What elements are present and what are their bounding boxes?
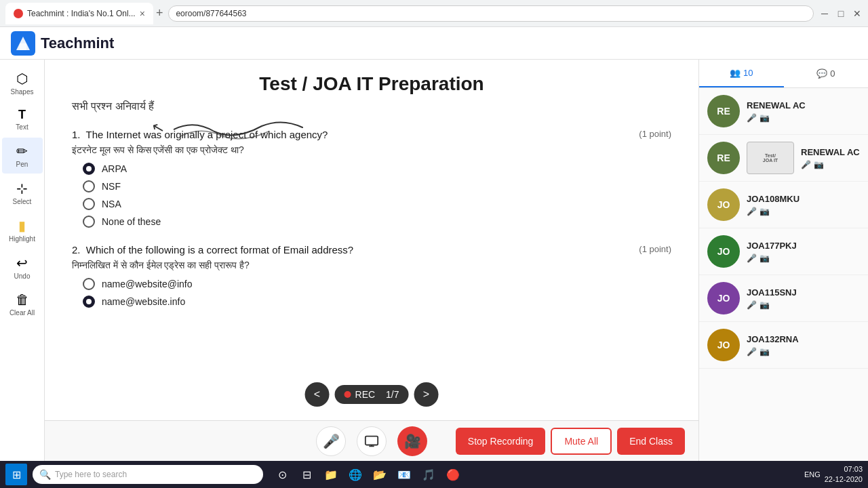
q1-option-c[interactable]: NSA xyxy=(83,198,671,210)
taskbar-mail[interactable]: 📧 xyxy=(393,464,415,485)
tab-close-btn[interactable]: × xyxy=(140,8,145,19)
undo-icon: ↩ xyxy=(16,255,28,271)
participant-list: RERENEWAL AC🎤📷RETest/JOA ITRENEWAL AC🎤📷J… xyxy=(699,88,868,461)
question-1-hi: इंटरनेट मूल रूप से किस एजेंसी का एक प्रो… xyxy=(72,144,671,156)
taskbar-explorer[interactable]: 📁 xyxy=(320,464,342,485)
toolbar-select[interactable]: ⊹ Select xyxy=(2,175,43,211)
q1-radio-a[interactable] xyxy=(83,163,95,175)
participant-item-joa132rna: JOJOA132RNA🎤📷 xyxy=(699,322,868,369)
participant-name-joa115snj: JOA115SNJ xyxy=(747,287,860,298)
question-2-hi: निम्नलिखित में से कौन ईमेल एड्रेस का सही… xyxy=(72,260,671,271)
q2-radio-b[interactable] xyxy=(83,296,95,308)
select-label: Select xyxy=(13,198,32,205)
stop-recording-btn[interactable]: Stop Recording xyxy=(456,428,546,455)
q1-option-d[interactable]: None of these xyxy=(83,216,671,228)
avatar-joa115snj: JO xyxy=(707,282,740,314)
participant-item-renewal-ac: RERENEWAL AC🎤📷 xyxy=(699,88,868,135)
question-2-en: 2. Which of the following is a correct f… xyxy=(72,244,353,256)
q2-option-a[interactable]: name@website@info xyxy=(83,278,671,290)
participants-count: 10 xyxy=(743,68,753,78)
highlight-label: Highlight xyxy=(9,235,35,243)
pen-label: Pen xyxy=(16,161,28,168)
minimize-btn[interactable]: ─ xyxy=(819,8,830,19)
participant-item-joa177pkj: JOJOA177PKJ🎤📷 xyxy=(699,228,868,275)
close-btn[interactable]: ✕ xyxy=(852,8,863,19)
participant-info-renewal-ac: RENEWAL AC🎤📷 xyxy=(747,100,860,123)
toolbar-pen[interactable]: ✏ Pen xyxy=(2,138,43,174)
participant-info-joa177pkj: JOA177PKJ🎤📷 xyxy=(747,241,860,263)
avatar-joa108mku: JO xyxy=(707,188,740,221)
q1-option-a-label: ARPA xyxy=(102,163,127,174)
content-area: Test / JOA IT Preparation सभी प्रश्न अनि… xyxy=(45,60,698,461)
q2-option-b[interactable]: name@website.info xyxy=(83,296,671,308)
browser-tab[interactable]: Teachmint : India's No.1 Onl... × xyxy=(5,3,153,24)
q1-radio-d[interactable] xyxy=(83,216,95,228)
taskbar: ⊞ 🔍 Type here to search ⊙ ⊟ 📁 🌐 📂 📧 🎵 🔴 … xyxy=(0,461,868,488)
microphone-btn[interactable]: 🎤 xyxy=(316,426,346,456)
video-btn[interactable]: 🎥 xyxy=(397,426,427,456)
text-icon: T xyxy=(18,108,26,122)
participant-item-joa108mku: JOJOA108MKU🎤📷 xyxy=(699,182,868,228)
pen-icon: ✏ xyxy=(16,143,28,159)
participant-name-joa132rna: JOA132RNA xyxy=(747,334,860,344)
start-button[interactable]: ⊞ xyxy=(5,464,27,485)
taskbar-media[interactable]: 🎵 xyxy=(418,464,439,485)
page-current: 1/7 xyxy=(386,389,399,400)
screen-share-btn[interactable] xyxy=(357,426,387,456)
toolbar-text[interactable]: T Text xyxy=(2,102,43,136)
taskbar-folder[interactable]: 📂 xyxy=(369,464,391,485)
cam-off-icon: 📷 xyxy=(760,253,770,263)
quiz-title: Test / JOA IT Preparation xyxy=(72,73,671,95)
question-2: 2. Which of the following is a correct f… xyxy=(72,244,671,308)
select-icon: ⊹ xyxy=(16,180,28,197)
q2-radio-a[interactable] xyxy=(83,278,95,290)
text-label: Text xyxy=(16,123,28,131)
browser-controls: ─ □ ✕ xyxy=(819,8,863,19)
chat-tab[interactable]: 💬 0 xyxy=(784,60,869,87)
maximize-btn[interactable]: □ xyxy=(835,8,846,19)
taskbar-search[interactable]: 🔍 Type here to search xyxy=(33,465,263,484)
mute-all-btn[interactable]: Mute All xyxy=(551,428,612,455)
q1-radio-b[interactable] xyxy=(83,180,95,192)
app-container: ⬡ Shapes T Text ✏ Pen ⊹ Select ▮ Highlig… xyxy=(0,60,868,461)
taskbar-taskview[interactable]: ⊟ xyxy=(296,464,317,485)
prev-page-btn[interactable]: < xyxy=(305,382,330,407)
q2-options: name@website@info name@website.info xyxy=(83,278,671,308)
taskbar-chrome[interactable]: 🔴 xyxy=(442,464,464,485)
q1-option-d-label: None of these xyxy=(102,216,161,227)
toolbar-highlight[interactable]: ▮ Highlight xyxy=(2,212,43,248)
q1-radio-c[interactable] xyxy=(83,198,95,210)
participants-tab[interactable]: 👥 10 xyxy=(699,60,784,87)
next-page-btn[interactable]: > xyxy=(414,382,438,407)
taskbar-edge[interactable]: 🌐 xyxy=(344,464,366,485)
highlight-icon: ▮ xyxy=(18,218,26,234)
mic-off-icon: 🎤 xyxy=(747,347,757,357)
toolbar-clear-all[interactable]: 🗑 Clear All xyxy=(2,287,43,322)
chat-icon: 💬 xyxy=(816,68,827,79)
end-class-btn[interactable]: End Class xyxy=(617,428,685,455)
taskbar-search-placeholder: Type here to search xyxy=(55,470,127,479)
q2-option-b-label: name@website.info xyxy=(102,296,185,307)
logo-area: Teachmint xyxy=(11,31,114,56)
taskbar-cortana[interactable]: ⊙ xyxy=(271,464,293,485)
svg-rect-2 xyxy=(20,43,26,50)
cam-off-icon: 📷 xyxy=(814,160,824,169)
toolbar-undo[interactable]: ↩ Undo xyxy=(2,249,43,285)
participant-name-joa108mku: JOA108MKU xyxy=(747,194,860,204)
address-text: eoroom/877644563 xyxy=(176,9,246,18)
mic-off-icon: 🎤 xyxy=(747,253,757,263)
cam-off-icon: 📷 xyxy=(760,300,770,310)
address-bar[interactable]: eoroom/877644563 xyxy=(168,5,814,22)
q1-option-b[interactable]: NSF xyxy=(83,180,671,192)
participant-name-joa177pkj: JOA177PKJ xyxy=(747,241,860,251)
q1-option-a[interactable]: ARPA xyxy=(83,163,671,175)
question-2-text: 2. Which of the following is a correct f… xyxy=(72,244,671,256)
new-tab-button[interactable]: + xyxy=(156,6,163,20)
panel-tabs: 👥 10 💬 0 xyxy=(699,60,868,88)
toolbar-shapes[interactable]: ⬡ Shapes xyxy=(2,65,43,101)
clear-all-label: Clear All xyxy=(9,309,35,317)
q1-points: (1 point) xyxy=(639,129,671,140)
svg-rect-3 xyxy=(366,436,378,445)
logo-icon xyxy=(11,31,35,56)
question-1: 1. The Internet was originally a project… xyxy=(72,129,671,228)
